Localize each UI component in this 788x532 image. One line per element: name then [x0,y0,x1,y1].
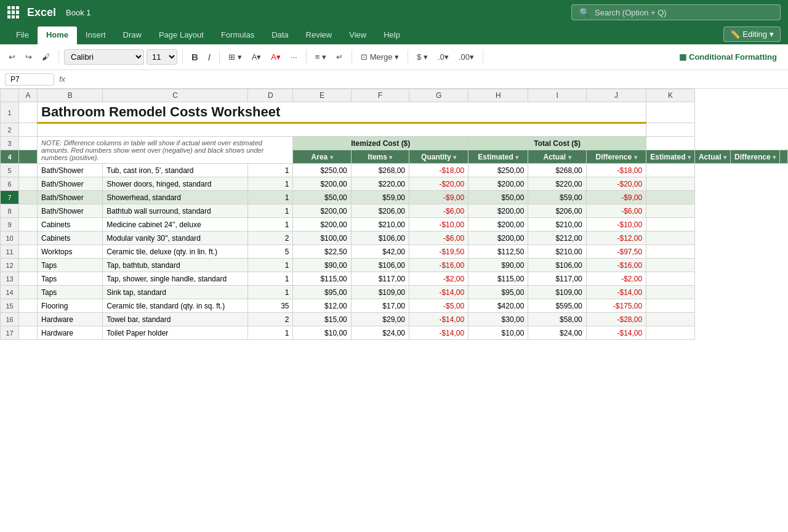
cell-item-13[interactable]: Tap, shower, single handle, standard [103,272,248,286]
area-dropdown[interactable]: ▾ [330,154,333,161]
cell-act-9[interactable]: $210,00 [351,218,409,232]
header-difference[interactable]: Difference ▾ [586,150,646,164]
cell-area-9[interactable]: Cabinets [38,218,103,232]
cell-k1[interactable] [646,102,695,123]
cell-a5[interactable] [19,164,38,177]
cell-act-15[interactable]: $17,00 [351,299,409,313]
cell-tact-12[interactable]: $106,00 [528,259,586,272]
cell-area-14[interactable]: Taps [38,286,103,299]
cell-a6[interactable] [19,177,38,191]
tab-insert[interactable]: Insert [77,26,115,44]
cell-tdiff-13[interactable]: -$2,00 [586,272,646,286]
col-header-b[interactable]: B [38,89,103,102]
cell-qty-7[interactable]: 1 [248,191,293,204]
cell-qty-10[interactable]: 2 [248,232,293,245]
cell-a4[interactable] [19,150,38,164]
cell-tact-11[interactable]: $210,00 [528,245,586,259]
editing-button[interactable]: ✏️ Editing ▾ [723,26,781,42]
tab-review[interactable]: Review [297,26,341,44]
cell-reference[interactable] [5,73,54,86]
cell-diff-10[interactable]: -$6,00 [409,232,468,245]
cell-a3[interactable] [19,137,38,150]
cell-act-13[interactable]: $117,00 [351,272,409,286]
cell-act-11[interactable]: $42,00 [351,245,409,259]
col-header-h[interactable]: H [468,89,528,102]
more-button[interactable]: ··· [287,50,301,63]
wrap-button[interactable]: ↵ [332,50,347,63]
cell-area-17[interactable]: Hardware [38,326,103,340]
cell-tact-15[interactable]: $595,00 [528,299,586,313]
col-header-j[interactable]: J [586,89,646,102]
font-size-select[interactable]: 11 [147,49,177,65]
app-grid-icon[interactable] [7,6,20,18]
cell-diff-5[interactable]: -$18,00 [409,164,468,177]
cell-tdiff-17[interactable]: -$14,00 [586,326,646,340]
est-dropdown[interactable]: ▾ [515,154,518,161]
cell-tdiff-7[interactable]: -$9,00 [586,191,646,204]
cell-tdiff-15[interactable]: -$175,00 [586,299,646,313]
formula-input[interactable] [70,75,783,84]
cell-tdiff-6[interactable]: -$20,00 [586,177,646,191]
format-painter-button[interactable]: 🖌 [38,50,54,63]
cell-test-12[interactable]: $90,00 [468,259,528,272]
header-area[interactable]: Area ▾ [293,150,351,164]
cell-diff-16[interactable]: -$14,00 [409,313,468,326]
cell-est-8[interactable]: $200,00 [293,204,351,218]
cell-diff-13[interactable]: -$2,00 [409,272,468,286]
col-header-e[interactable]: E [293,89,351,102]
col-header-k[interactable]: K [646,89,695,102]
col-header-g[interactable]: G [409,89,468,102]
cell-area-16[interactable]: Hardware [38,313,103,326]
diff-dropdown[interactable]: ▾ [634,154,637,161]
borders-button[interactable]: ⊞ ▾ [225,50,246,63]
cell-act-17[interactable]: $24,00 [351,326,409,340]
cell-area-7[interactable]: Bath/Shower [38,191,103,204]
cell-item-5[interactable]: Tub, cast iron, 5', standard [103,164,248,177]
cell-k17[interactable] [646,326,695,340]
search-bar[interactable]: 🔍 Search (Option + Q) [571,4,781,20]
book-name[interactable]: Book 1 [66,8,90,17]
cell-k9[interactable] [646,218,695,232]
cell-test-17[interactable]: $10,00 [468,326,528,340]
cell-tact-16[interactable]: $58,00 [528,313,586,326]
cell-qty-11[interactable]: 5 [248,245,293,259]
cell-a7[interactable] [19,191,38,204]
cell-est-13[interactable]: $115,00 [293,272,351,286]
col-header-c[interactable]: C [103,89,248,102]
cell-a17[interactable] [19,326,38,340]
cell-tact-13[interactable]: $117,00 [528,272,586,286]
dec-button[interactable]: .0▾ [434,50,452,63]
cell-diff-14[interactable]: -$14,00 [409,286,468,299]
col-header-a[interactable]: A [19,89,38,102]
cell-act-7[interactable]: $59,00 [351,191,409,204]
cell-tact-10[interactable]: $212,00 [528,232,586,245]
cell-test-10[interactable]: $200,00 [468,232,528,245]
redo-button[interactable]: ↪ [22,50,36,63]
t-est-dropdown[interactable]: ▾ [688,154,691,161]
cell-k10[interactable] [646,232,695,245]
cell-est-10[interactable]: $100,00 [293,232,351,245]
cell-test-6[interactable]: $200,00 [468,177,528,191]
cell-item-17[interactable]: Toilet Paper holder [103,326,248,340]
cell-test-14[interactable]: $95,00 [468,286,528,299]
cell-qty-13[interactable]: 1 [248,272,293,286]
cell-tact-6[interactable]: $220,00 [528,177,586,191]
cell-diff-6[interactable]: -$20,00 [409,177,468,191]
cell-a10[interactable] [19,232,38,245]
cell-a16[interactable] [19,313,38,326]
tab-page-layout[interactable]: Page Layout [150,26,212,44]
cell-item-9[interactable]: Medicine cabinet 24'', deluxe [103,218,248,232]
cell-a2[interactable] [19,123,38,137]
cell-area-10[interactable]: Cabinets [38,232,103,245]
cell-est-17[interactable]: $10,00 [293,326,351,340]
cell-a12[interactable] [19,259,38,272]
cell-tdiff-10[interactable]: -$12,00 [586,232,646,245]
col-header-d[interactable]: D [248,89,293,102]
cell-act-12[interactable]: $106,00 [351,259,409,272]
cell-tdiff-9[interactable]: -$10,00 [586,218,646,232]
cell-k2[interactable] [646,123,695,137]
cell-qty-14[interactable]: 1 [248,286,293,299]
italic-button[interactable]: I [204,50,214,64]
cell-act-16[interactable]: $29,00 [351,313,409,326]
t-act-dropdown[interactable]: ▾ [723,154,726,161]
